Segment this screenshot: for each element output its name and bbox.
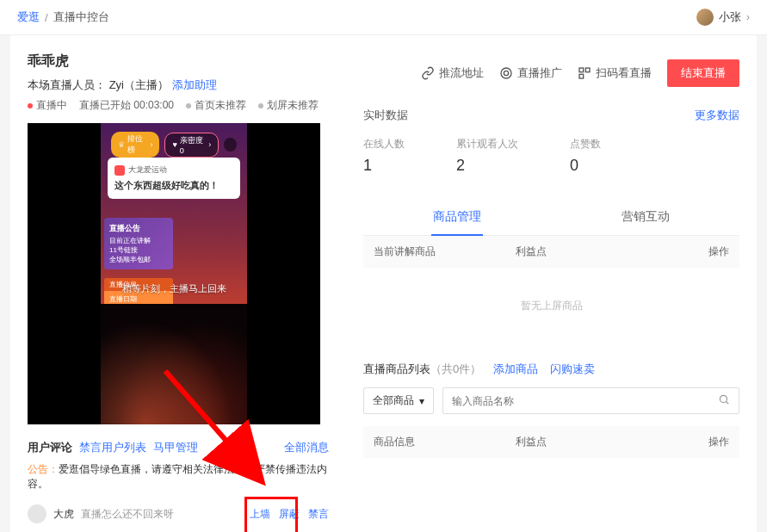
stream-staff: 本场直播人员： Zyi（主播） 添加助理 xyxy=(28,77,329,93)
empty-current-product: 暂无上屏商品 xyxy=(363,268,739,344)
stream-title: 乖乖虎 xyxy=(28,53,329,71)
add-assistant-link[interactable]: 添加助理 xyxy=(172,78,217,91)
video-preview: ♕ 排位榜 › ♥ 亲密度 0 › 大龙爱运动 这个东西超级好吃真的！ 直播公告… xyxy=(28,123,320,424)
realtime-title: 实时数据 xyxy=(363,108,408,123)
announcement: 公告：爱逛倡导绿色直播，请遵守相关法律法规，严禁传播违法内容。 xyxy=(28,462,329,492)
banned-users-link[interactable]: 禁言用户列表 xyxy=(79,440,146,455)
breadcrumb: 爱逛 / 直播中控台 xyxy=(17,9,109,25)
annotation-red-box xyxy=(244,497,298,532)
svg-point-0 xyxy=(501,68,511,78)
add-product-link[interactable]: 添加商品 xyxy=(493,362,538,377)
flash-sale-link[interactable]: 闪购速卖 xyxy=(550,362,595,377)
avatar-icon xyxy=(696,9,714,26)
top-header: 爱逛 / 直播中控台 小张 › xyxy=(0,0,767,35)
breadcrumb-current: 直播中控台 xyxy=(53,9,109,25)
target-icon xyxy=(499,66,513,80)
qr-watch-button[interactable]: 扫码看直播 xyxy=(578,65,652,81)
status-live: 直播中 xyxy=(28,98,67,113)
filter-select[interactable]: 全部商品 ▾ xyxy=(363,387,434,414)
more-data-link[interactable]: 更多数据 xyxy=(695,108,739,123)
svg-rect-4 xyxy=(579,74,584,78)
status-screen-rec: 划屏未推荐 xyxy=(258,98,319,113)
status-home-rec: 首页未推荐 xyxy=(186,98,246,113)
svg-point-1 xyxy=(504,71,508,75)
brand-icon xyxy=(114,165,125,176)
breadcrumb-sep: / xyxy=(45,11,48,24)
stat-likes: 点赞数 0 xyxy=(570,137,601,175)
chevron-down-icon: ▾ xyxy=(419,395,424,407)
stats-row: 在线人数 1 累计观看人次 2 点赞数 0 xyxy=(363,137,739,175)
vest-mgmt-link[interactable]: 马甲管理 xyxy=(153,440,198,455)
mute-link[interactable]: 禁言 xyxy=(308,507,329,522)
avatar-icon xyxy=(28,504,46,523)
svg-rect-2 xyxy=(579,68,584,72)
product-list-header: 直播商品列表（共0件） 添加商品 闪购速卖 xyxy=(363,362,739,377)
top-actions-bar: 推流地址 直播推广 扫码看直播 结束直播 xyxy=(363,59,739,87)
status-elapsed: 直播已开始 00:03:00 xyxy=(79,98,174,113)
end-stream-button[interactable]: 结束直播 xyxy=(667,59,739,87)
comments-section: 用户评论 禁言用户列表 马甲管理 全部消息 公告：爱逛倡导绿色直播，请遵守相关法… xyxy=(28,440,329,532)
filter-row: 全部商品 ▾ xyxy=(363,387,739,414)
announcement-card: 直播公告 目前正在讲解 11号链接 全场顺丰包邮 xyxy=(104,218,173,269)
stat-online: 在线人数 1 xyxy=(363,137,405,175)
link-icon xyxy=(421,66,435,80)
user-menu[interactable]: 小张 › xyxy=(696,9,750,26)
comments-title: 用户评论 xyxy=(28,440,72,455)
search-icon[interactable] xyxy=(709,393,739,408)
video-caption: 稍等片刻，主播马上回来 xyxy=(101,282,247,295)
user-count-icon xyxy=(224,138,237,152)
all-messages-link[interactable]: 全部消息 xyxy=(284,440,329,455)
current-product-header: 当前讲解商品 利益点 操作 xyxy=(363,236,739,268)
svg-line-6 xyxy=(726,401,728,404)
tab-product-mgmt[interactable]: 商品管理 xyxy=(363,199,552,235)
user-name: 小张 xyxy=(719,9,741,25)
search-input[interactable] xyxy=(443,390,709,412)
breadcrumb-root-link[interactable]: 爱逛 xyxy=(17,9,40,25)
tab-marketing[interactable]: 营销互动 xyxy=(552,199,740,235)
product-list-table-header: 商品信息 利益点 操作 xyxy=(363,426,739,458)
tabs: 商品管理 营销互动 xyxy=(363,199,739,236)
stream-url-button[interactable]: 推流地址 xyxy=(421,65,484,81)
stat-cumulative: 累计观看人次 2 xyxy=(456,137,518,175)
svg-rect-3 xyxy=(585,68,590,72)
search-box xyxy=(442,387,739,414)
chevron-right-icon: › xyxy=(746,11,750,23)
rank-pill[interactable]: ♕ 排位榜 › xyxy=(111,132,159,158)
svg-point-5 xyxy=(720,395,727,402)
stream-status-row: 直播中 直播已开始 00:03:00 首页未推荐 划屏未推荐 xyxy=(28,98,329,113)
qr-icon xyxy=(578,66,591,80)
promote-button[interactable]: 直播推广 xyxy=(499,65,562,81)
intimacy-pill[interactable]: ♥ 亲密度 0 › xyxy=(164,133,219,158)
notice-card: 大龙爱运动 这个东西超级好吃真的！ xyxy=(108,158,240,199)
